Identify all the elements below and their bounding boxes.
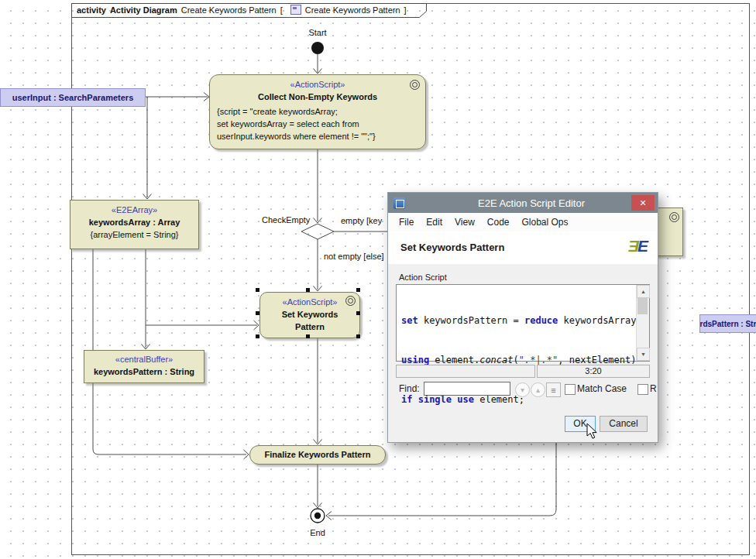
code-line-1: set keywordsPattern = reduce keywordsArr… xyxy=(401,314,635,328)
selection-handle[interactable] xyxy=(356,334,360,338)
buffer-title: keywordsPattern : String xyxy=(84,365,204,378)
collect-title: Collect Non-Empty Keywords xyxy=(210,91,425,103)
action-script-label: Action Script xyxy=(399,273,447,282)
keywords-array-node[interactable]: «E2EArray» keywordsArray : Array {arrayE… xyxy=(70,200,199,249)
dialog-header-title: Set Keywords Pattern xyxy=(400,242,504,253)
selection-handle[interactable] xyxy=(356,311,360,315)
dialog-body: Action Script set keywordsPattern = redu… xyxy=(388,264,658,442)
user-input-parameter-node[interactable]: userInput : SearchParameters xyxy=(0,88,146,107)
action-script-icon xyxy=(410,80,420,90)
find-input[interactable] xyxy=(424,382,510,396)
find-options-icon[interactable]: ≡ xyxy=(546,382,561,397)
find-bar: Find: ▾ ▴ ≡ Match Case R xyxy=(388,382,658,397)
vertical-scrollbar[interactable]: ▲ ▼ xyxy=(636,285,649,361)
collect-keywords-action[interactable]: «ActionScript» Collect Non-Empty Keyword… xyxy=(209,74,426,149)
end-label: End xyxy=(305,528,330,537)
regex-label: R xyxy=(650,383,657,394)
find-prev-icon[interactable]: ▴ xyxy=(531,382,545,397)
find-next-icon[interactable]: ▾ xyxy=(515,382,530,397)
e2e-logo-right: E xyxy=(637,237,647,255)
buffer-stereotype: «centralBuffer» xyxy=(84,353,204,365)
collect-script-line1: {script = "create keywordsArray; xyxy=(210,105,425,118)
dialog-title: E2E Action Script Editor xyxy=(405,197,658,209)
selection-handle[interactable] xyxy=(306,288,310,292)
start-label: Start xyxy=(304,28,332,37)
action-script-icon xyxy=(345,296,356,306)
action-script-editor-dialog: E2E Action Script Editor ✕ File Edit Vie… xyxy=(387,192,658,443)
selection-handle[interactable] xyxy=(256,311,259,315)
dialog-header: Set Keywords Pattern ƎE xyxy=(388,231,658,265)
e2e-logo-left: Ǝ xyxy=(628,237,637,255)
menu-global-ops[interactable]: Global Ops xyxy=(516,217,575,228)
initial-node[interactable] xyxy=(311,42,324,54)
decision-name-label: CheckEmpty xyxy=(262,215,310,225)
final-node-dot xyxy=(314,513,321,519)
array-title: keywordsArray : Array xyxy=(70,216,198,228)
code-editor[interactable]: set keywordsPattern = reduce keywordsArr… xyxy=(396,284,650,362)
match-case-checkbox[interactable] xyxy=(565,384,576,395)
set-keywords-action[interactable]: «ActionScript» Set Keywords Pattern xyxy=(259,292,360,338)
set-stereotype: «ActionScript» xyxy=(260,296,359,308)
keywords-pattern-buffer-node[interactable]: «centralBuffer» keywordsPattern : String xyxy=(84,350,204,383)
selection-handle[interactable] xyxy=(256,288,259,292)
frame-bracket-open: [ xyxy=(280,5,283,15)
cancel-button[interactable]: Cancel xyxy=(600,416,648,432)
selection-handle[interactable] xyxy=(356,288,360,292)
frame-keyword: activity xyxy=(77,5,106,15)
menu-view[interactable]: View xyxy=(448,217,481,228)
frame-tab-title: activity Activity Diagram Create Keyword… xyxy=(77,5,407,15)
status-cell-left xyxy=(396,365,535,378)
match-case-label: Match Case xyxy=(577,383,627,394)
set-title-line2: Pattern xyxy=(260,321,359,333)
dialog-menubar: File Edit View Code Global Ops xyxy=(388,213,658,232)
code-text[interactable]: set keywordsPattern = reduce keywordsArr… xyxy=(401,288,635,433)
keywords-pattern-parameter-node[interactable]: wordsPattern : String xyxy=(699,314,756,333)
diagram-icon xyxy=(290,5,301,15)
e2e-logo-icon: ƎE xyxy=(628,237,647,255)
finalize-keywords-action[interactable]: Finalize Keywords Pattern xyxy=(249,445,386,465)
regex-checkbox[interactable] xyxy=(637,384,648,395)
decision-node[interactable] xyxy=(301,224,334,239)
close-button[interactable]: ✕ xyxy=(631,195,655,211)
frame-type: Activity Diagram xyxy=(110,5,177,15)
scroll-up-icon[interactable]: ▲ xyxy=(637,285,650,298)
menu-edit[interactable]: Edit xyxy=(420,217,448,228)
collect-script-line3: userInput.keywords where element != "";"… xyxy=(210,130,425,142)
collect-stereotype: «ActionScript» xyxy=(210,78,425,91)
caret-position: 3:20 xyxy=(537,365,650,378)
find-label: Find: xyxy=(399,383,420,394)
selection-handle[interactable] xyxy=(256,334,259,338)
mouse-cursor xyxy=(586,423,599,440)
action-script-icon xyxy=(669,212,679,222)
collect-script-line2: set keywordsArray = select each from xyxy=(210,118,425,130)
scrollbar-thumb[interactable] xyxy=(637,297,648,314)
selection-handle[interactable] xyxy=(306,334,310,338)
array-stereotype: «E2EArray» xyxy=(70,204,198,216)
dialog-app-icon xyxy=(393,197,405,209)
array-detail: {arrayElement = String} xyxy=(70,228,198,241)
menu-code[interactable]: Code xyxy=(481,217,516,228)
scroll-down-icon[interactable]: ▼ xyxy=(637,348,650,361)
guard-empty-label: empty [key xyxy=(341,216,382,225)
dialog-titlebar[interactable]: E2E Action Script Editor ✕ xyxy=(388,193,658,213)
frame-name: Create Keywords Pattern xyxy=(181,5,277,15)
canvas: activity Activity Diagram Create Keyword… xyxy=(0,0,756,559)
frame-context-name: Create Keywords Pattern xyxy=(305,5,400,15)
finalize-title: Finalize Keywords Pattern xyxy=(250,446,385,464)
menu-file[interactable]: File xyxy=(393,217,420,228)
guard-not-empty-label: not empty [else] xyxy=(324,252,384,261)
frame-bracket-close: ] xyxy=(404,5,407,15)
set-title-line1: Set Keywords xyxy=(260,308,359,321)
